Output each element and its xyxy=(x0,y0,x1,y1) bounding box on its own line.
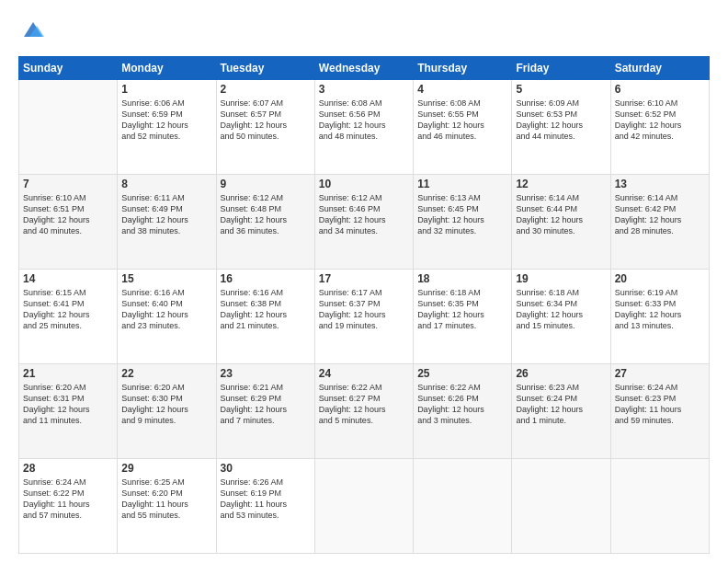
day-number: 22 xyxy=(121,367,211,380)
logo xyxy=(18,17,46,47)
day-info: Sunrise: 6:24 AM Sunset: 6:23 PM Dayligh… xyxy=(615,382,705,427)
day-info: Sunrise: 6:22 AM Sunset: 6:27 PM Dayligh… xyxy=(319,382,409,427)
weekday-header-saturday: Saturday xyxy=(610,56,709,79)
day-info: Sunrise: 6:08 AM Sunset: 6:55 PM Dayligh… xyxy=(417,98,507,143)
day-info: Sunrise: 6:26 AM Sunset: 6:19 PM Dayligh… xyxy=(221,477,311,522)
week-row-1: 1Sunrise: 6:06 AM Sunset: 6:59 PM Daylig… xyxy=(19,79,710,174)
day-info: Sunrise: 6:13 AM Sunset: 6:45 PM Dayligh… xyxy=(417,192,507,237)
day-number: 24 xyxy=(319,367,409,380)
calendar-cell: 24Sunrise: 6:22 AM Sunset: 6:27 PM Dayli… xyxy=(314,363,413,458)
calendar-cell: 12Sunrise: 6:14 AM Sunset: 6:44 PM Dayli… xyxy=(512,174,610,269)
day-number: 26 xyxy=(516,367,606,380)
day-number: 29 xyxy=(121,462,211,475)
day-info: Sunrise: 6:06 AM Sunset: 6:59 PM Dayligh… xyxy=(121,98,211,143)
weekday-header-row: SundayMondayTuesdayWednesdayThursdayFrid… xyxy=(19,56,710,79)
day-info: Sunrise: 6:10 AM Sunset: 6:52 PM Dayligh… xyxy=(615,98,705,143)
weekday-header-tuesday: Tuesday xyxy=(216,56,314,79)
calendar-cell: 25Sunrise: 6:22 AM Sunset: 6:26 PM Dayli… xyxy=(414,363,512,458)
weekday-header-friday: Friday xyxy=(512,56,610,79)
day-info: Sunrise: 6:07 AM Sunset: 6:57 PM Dayligh… xyxy=(221,98,311,143)
day-info: Sunrise: 6:20 AM Sunset: 6:30 PM Dayligh… xyxy=(121,382,211,427)
day-number: 28 xyxy=(23,462,113,475)
calendar-cell: 6Sunrise: 6:10 AM Sunset: 6:52 PM Daylig… xyxy=(610,79,709,174)
week-row-2: 7Sunrise: 6:10 AM Sunset: 6:51 PM Daylig… xyxy=(19,174,710,269)
day-info: Sunrise: 6:24 AM Sunset: 6:22 PM Dayligh… xyxy=(23,477,113,522)
day-info: Sunrise: 6:20 AM Sunset: 6:31 PM Dayligh… xyxy=(23,382,113,427)
day-number: 5 xyxy=(516,83,606,96)
day-number: 4 xyxy=(417,83,507,96)
calendar-cell: 16Sunrise: 6:16 AM Sunset: 6:38 PM Dayli… xyxy=(216,269,314,363)
day-number: 15 xyxy=(121,272,211,285)
calendar-cell: 23Sunrise: 6:21 AM Sunset: 6:29 PM Dayli… xyxy=(216,363,314,458)
day-number: 27 xyxy=(615,367,705,380)
calendar-cell xyxy=(610,458,709,553)
day-info: Sunrise: 6:15 AM Sunset: 6:41 PM Dayligh… xyxy=(23,287,113,332)
day-number: 16 xyxy=(221,272,311,285)
weekday-header-sunday: Sunday xyxy=(19,56,118,79)
day-info: Sunrise: 6:18 AM Sunset: 6:34 PM Dayligh… xyxy=(516,287,606,332)
day-info: Sunrise: 6:12 AM Sunset: 6:46 PM Dayligh… xyxy=(319,192,409,237)
calendar-cell: 20Sunrise: 6:19 AM Sunset: 6:33 PM Dayli… xyxy=(610,269,709,363)
day-info: Sunrise: 6:25 AM Sunset: 6:20 PM Dayligh… xyxy=(121,477,211,522)
weekday-header-wednesday: Wednesday xyxy=(314,56,413,79)
calendar-cell: 15Sunrise: 6:16 AM Sunset: 6:40 PM Dayli… xyxy=(118,269,216,363)
day-number: 25 xyxy=(417,367,507,380)
day-number: 20 xyxy=(615,272,705,285)
day-number: 1 xyxy=(121,83,211,96)
day-info: Sunrise: 6:21 AM Sunset: 6:29 PM Dayligh… xyxy=(221,382,311,427)
day-number: 8 xyxy=(121,178,211,190)
day-number: 23 xyxy=(221,367,311,380)
calendar: SundayMondayTuesdayWednesdayThursdayFrid… xyxy=(18,56,710,554)
calendar-cell: 17Sunrise: 6:17 AM Sunset: 6:37 PM Dayli… xyxy=(314,269,413,363)
calendar-cell: 26Sunrise: 6:23 AM Sunset: 6:24 PM Dayli… xyxy=(512,363,610,458)
day-number: 21 xyxy=(23,367,113,380)
calendar-cell: 30Sunrise: 6:26 AM Sunset: 6:19 PM Dayli… xyxy=(216,458,314,553)
calendar-cell: 1Sunrise: 6:06 AM Sunset: 6:59 PM Daylig… xyxy=(118,79,216,174)
day-info: Sunrise: 6:19 AM Sunset: 6:33 PM Dayligh… xyxy=(615,287,705,332)
calendar-cell: 2Sunrise: 6:07 AM Sunset: 6:57 PM Daylig… xyxy=(216,79,314,174)
day-number: 11 xyxy=(417,178,507,190)
calendar-cell: 4Sunrise: 6:08 AM Sunset: 6:55 PM Daylig… xyxy=(414,79,512,174)
calendar-cell: 28Sunrise: 6:24 AM Sunset: 6:22 PM Dayli… xyxy=(19,458,118,553)
week-row-3: 14Sunrise: 6:15 AM Sunset: 6:41 PM Dayli… xyxy=(19,269,710,363)
day-number: 2 xyxy=(221,83,311,96)
calendar-cell: 29Sunrise: 6:25 AM Sunset: 6:20 PM Dayli… xyxy=(118,458,216,553)
calendar-cell: 5Sunrise: 6:09 AM Sunset: 6:53 PM Daylig… xyxy=(512,79,610,174)
day-info: Sunrise: 6:11 AM Sunset: 6:49 PM Dayligh… xyxy=(121,192,211,237)
day-info: Sunrise: 6:16 AM Sunset: 6:40 PM Dayligh… xyxy=(121,287,211,332)
calendar-cell: 21Sunrise: 6:20 AM Sunset: 6:31 PM Dayli… xyxy=(19,363,118,458)
day-number: 18 xyxy=(417,272,507,285)
day-info: Sunrise: 6:14 AM Sunset: 6:42 PM Dayligh… xyxy=(615,192,705,237)
week-row-5: 28Sunrise: 6:24 AM Sunset: 6:22 PM Dayli… xyxy=(19,458,710,553)
calendar-cell: 27Sunrise: 6:24 AM Sunset: 6:23 PM Dayli… xyxy=(610,363,709,458)
calendar-cell: 14Sunrise: 6:15 AM Sunset: 6:41 PM Dayli… xyxy=(19,269,118,363)
calendar-cell xyxy=(19,79,118,174)
day-info: Sunrise: 6:22 AM Sunset: 6:26 PM Dayligh… xyxy=(417,382,507,427)
logo-text xyxy=(18,17,46,47)
header xyxy=(18,17,710,47)
day-info: Sunrise: 6:18 AM Sunset: 6:35 PM Dayligh… xyxy=(417,287,507,332)
day-number: 9 xyxy=(221,178,311,190)
day-info: Sunrise: 6:14 AM Sunset: 6:44 PM Dayligh… xyxy=(516,192,606,237)
weekday-header-thursday: Thursday xyxy=(414,56,512,79)
day-info: Sunrise: 6:17 AM Sunset: 6:37 PM Dayligh… xyxy=(319,287,409,332)
calendar-cell: 18Sunrise: 6:18 AM Sunset: 6:35 PM Dayli… xyxy=(414,269,512,363)
calendar-cell: 10Sunrise: 6:12 AM Sunset: 6:46 PM Dayli… xyxy=(314,174,413,269)
day-info: Sunrise: 6:12 AM Sunset: 6:48 PM Dayligh… xyxy=(221,192,311,237)
calendar-cell: 13Sunrise: 6:14 AM Sunset: 6:42 PM Dayli… xyxy=(610,174,709,269)
calendar-cell: 9Sunrise: 6:12 AM Sunset: 6:48 PM Daylig… xyxy=(216,174,314,269)
calendar-cell xyxy=(314,458,413,553)
weekday-header-monday: Monday xyxy=(118,56,216,79)
calendar-cell: 19Sunrise: 6:18 AM Sunset: 6:34 PM Dayli… xyxy=(512,269,610,363)
day-number: 13 xyxy=(615,178,705,190)
calendar-cell xyxy=(414,458,512,553)
day-info: Sunrise: 6:23 AM Sunset: 6:24 PM Dayligh… xyxy=(516,382,606,427)
day-number: 6 xyxy=(615,83,705,96)
day-info: Sunrise: 6:10 AM Sunset: 6:51 PM Dayligh… xyxy=(23,192,113,237)
day-number: 7 xyxy=(23,178,113,190)
day-number: 3 xyxy=(319,83,409,96)
calendar-cell: 8Sunrise: 6:11 AM Sunset: 6:49 PM Daylig… xyxy=(118,174,216,269)
calendar-cell: 3Sunrise: 6:08 AM Sunset: 6:56 PM Daylig… xyxy=(314,79,413,174)
day-number: 19 xyxy=(516,272,606,285)
day-info: Sunrise: 6:08 AM Sunset: 6:56 PM Dayligh… xyxy=(319,98,409,143)
